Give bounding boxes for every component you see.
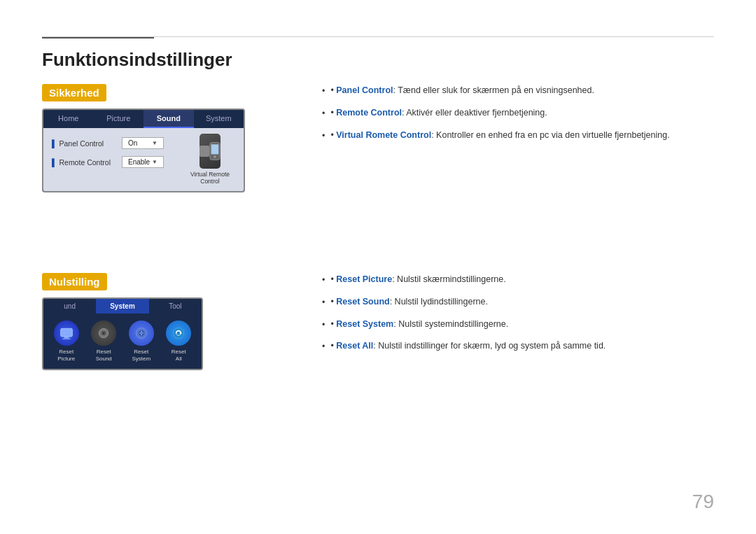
svg-point-11 (174, 328, 184, 339)
rest-remote-control: : Aktivér eller deaktiver fjernbetjening… (402, 108, 547, 118)
bullet-reset-system: • Reset System: Nulstil systemindstillin… (322, 318, 714, 332)
panel-control-label: ▌Panel Control (52, 139, 122, 148)
term-reset-sound: Reset Sound (336, 297, 389, 307)
reset-sound-item: ResetSound (91, 321, 116, 362)
bullet-dot: • (330, 273, 336, 286)
nulstilling-section: Nulstilling und System Tool ResetPicture (42, 273, 294, 370)
nulstilling-menu-bar: und System Tool (43, 299, 202, 314)
panel-control-row: ▌Panel Control On ▼ (50, 134, 190, 153)
reset-system-icon (129, 321, 154, 346)
bullet-virtual-romete-control: • Virtual Romete Control: Kontroller en … (322, 129, 714, 143)
nulstilling-bullets: • Reset Picture: Nulstil skærmindstillin… (322, 273, 714, 362)
bullet-reset-sound: • Reset Sound: Nulstil lydindstillingern… (322, 295, 714, 309)
remote-control-row: ▌Remote Control Enable ▼ (50, 153, 190, 171)
menu-picture[interactable]: Picture (94, 110, 144, 128)
menu-system[interactable]: System (194, 110, 244, 128)
bullet-dot: • (330, 339, 336, 353)
virtual-remote-label: Virtual RemoteControl (190, 171, 230, 185)
menu2-system[interactable]: System (96, 299, 148, 314)
term-remote-control: Remote Control (336, 108, 402, 118)
virtual-remote-icon (200, 134, 220, 169)
page-number: 79 (692, 491, 714, 513)
sikkerhed-bullet-list: • Panel Control: Tænd eller sluk for skæ… (322, 84, 714, 142)
remote-control-value[interactable]: Enable ▼ (122, 156, 164, 168)
sikkerhed-menu-bar: Home Picture Sound System (43, 110, 244, 128)
reset-picture-icon (54, 321, 79, 346)
rest-reset-picture: : Nulstil skærmindstillingerne. (392, 274, 506, 284)
term-virtual-romete-control: Virtual Romete Control (336, 130, 431, 140)
sikkerhed-bullets: • Panel Control: Tænd eller sluk for skæ… (322, 84, 714, 150)
sikkerhed-tv-content: ▌Panel Control On ▼ ▌Remote Control Enab… (43, 128, 244, 191)
bullet-dot: • (330, 129, 336, 142)
page-title: Funktionsindstillinger (42, 49, 232, 71)
svg-rect-3 (60, 328, 72, 337)
nulstilling-badge: Nulstilling (42, 273, 107, 290)
term-reset-picture: Reset Picture (336, 274, 392, 284)
reset-sound-label: ResetSound (96, 349, 112, 362)
reset-all-label: ResetAll (172, 349, 186, 362)
rest-panel-control: : Tænd eller sluk for skærmen på en visn… (393, 85, 594, 95)
menu-home[interactable]: Home (43, 110, 94, 128)
virtual-remote-container: Virtual RemoteControl (190, 134, 230, 185)
sikkerhed-section: Sikkerhed Home Picture Sound System ▌Pan… (42, 84, 294, 192)
sikkerhed-badge: Sikkerhed (42, 84, 106, 101)
top-line (42, 36, 714, 37)
panel-control-value[interactable]: On ▼ (122, 137, 164, 149)
term-panel-control: Panel Control (336, 85, 393, 95)
nulstilling-bullet-list: • Reset Picture: Nulstil skærmindstillin… (322, 273, 714, 353)
nulstilling-tv-screen: und System Tool ResetPicture (42, 297, 203, 370)
rest-reset-sound: : Nulstil lydindstillingerne. (390, 297, 488, 307)
svg-rect-4 (64, 337, 69, 339)
menu-sound[interactable]: Sound (144, 110, 194, 128)
rest-reset-system: : Nulstil systemindstillingerne. (393, 319, 508, 329)
nulstilling-tv-content: ResetPicture ResetSound (43, 314, 202, 369)
svg-rect-1 (211, 144, 219, 154)
remote-control-label: ▌Remote Control (52, 158, 122, 167)
bullet-reset-all: • Reset All: Nulstil indstillinger for s… (322, 339, 714, 353)
svg-rect-5 (62, 339, 71, 339)
reset-sound-icon (91, 321, 116, 346)
reset-all-item: ResetAll (166, 321, 191, 362)
bullet-dot: • (330, 295, 336, 309)
reset-all-icon (166, 321, 191, 346)
bullet-dot: • (330, 106, 336, 120)
term-reset-all: Reset All (336, 341, 373, 351)
menu2-und[interactable]: und (43, 299, 96, 314)
term-reset-system: Reset System (336, 319, 393, 329)
menu2-tool[interactable]: Tool (149, 299, 202, 314)
svg-point-2 (214, 155, 216, 158)
rest-reset-all: : Nulstil indstillinger for skærm, lyd o… (373, 341, 606, 351)
reset-system-label: ResetSystem (132, 349, 150, 362)
bullet-panel-control: • Panel Control: Tænd eller sluk for skæ… (322, 84, 714, 98)
reset-system-item: ResetSystem (129, 321, 154, 362)
reset-picture-item: ResetPicture (54, 321, 79, 362)
bullet-reset-picture: • Reset Picture: Nulstil skærmindstillin… (322, 273, 714, 287)
bullet-dot: • (330, 318, 336, 331)
rest-virtual-romete-control: : Kontroller en enhed fra en pc via den … (431, 130, 670, 140)
sikkerhed-tv-screen: Home Picture Sound System ▌Panel Control… (42, 108, 245, 192)
bullet-dot: • (330, 84, 336, 97)
bullet-remote-control: • Remote Control: Aktivér eller deaktive… (322, 106, 714, 120)
svg-point-8 (103, 332, 105, 335)
reset-picture-label: ResetPicture (57, 349, 75, 362)
